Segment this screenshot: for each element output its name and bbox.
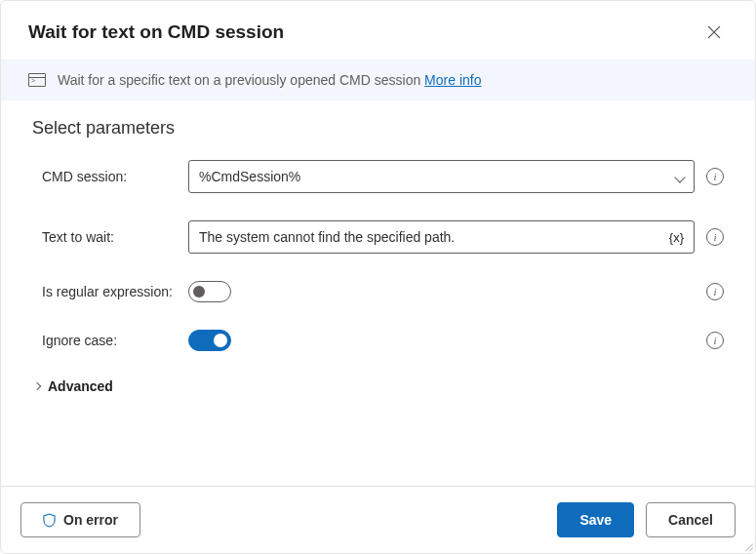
row-text-to-wait: Text to wait: The system cannot find the… (32, 220, 724, 254)
info-banner: Wait for a specific text on a previously… (1, 59, 755, 100)
row-ignore-case: Ignore case: i (32, 330, 724, 351)
banner-text: Wait for a specific text on a previously… (58, 72, 481, 88)
text-to-wait-value: The system cannot find the specified pat… (199, 229, 455, 245)
dialog: Wait for text on CMD session Wait for a … (0, 0, 756, 554)
row-is-regex: Is regular expression: i (32, 281, 724, 302)
dialog-header: Wait for text on CMD session (1, 1, 755, 59)
variable-picker-icon[interactable]: {x} (669, 230, 684, 245)
cmd-session-label: CMD session: (32, 169, 188, 184)
chevron-right-icon (33, 382, 41, 390)
row-cmd-session: CMD session: %CmdSession% i (32, 160, 724, 193)
chevron-down-icon (676, 169, 684, 184)
advanced-section-toggle[interactable]: Advanced (32, 378, 724, 394)
ignore-case-toggle[interactable] (188, 330, 231, 351)
save-button[interactable]: Save (557, 502, 634, 537)
close-icon (707, 25, 721, 39)
info-icon[interactable]: i (706, 283, 724, 300)
shield-icon (43, 513, 56, 528)
info-icon[interactable]: i (706, 168, 724, 185)
cmd-session-value: %CmdSession% (199, 169, 300, 184)
close-button[interactable] (700, 19, 728, 46)
info-icon[interactable]: i (706, 332, 724, 349)
cmd-session-select[interactable]: %CmdSession% (188, 160, 695, 193)
text-to-wait-input[interactable]: The system cannot find the specified pat… (188, 220, 695, 254)
advanced-label: Advanced (48, 378, 113, 394)
on-error-button[interactable]: On error (20, 502, 140, 537)
resize-grip[interactable] (741, 539, 753, 551)
cancel-button[interactable]: Cancel (646, 502, 736, 537)
text-to-wait-label: Text to wait: (32, 229, 188, 245)
dialog-footer: On error Save Cancel (1, 486, 755, 553)
dialog-title: Wait for text on CMD session (28, 21, 284, 43)
more-info-link[interactable]: More info (424, 72, 481, 88)
section-title: Select parameters (32, 118, 724, 138)
content-area: Select parameters CMD session: %CmdSessi… (1, 100, 755, 486)
ignore-case-label: Ignore case: (32, 333, 188, 348)
is-regex-label: Is regular expression: (32, 284, 188, 299)
is-regex-toggle[interactable] (188, 281, 231, 302)
on-error-label: On error (63, 512, 118, 528)
info-icon[interactable]: i (706, 228, 724, 246)
cmd-icon (28, 73, 46, 87)
